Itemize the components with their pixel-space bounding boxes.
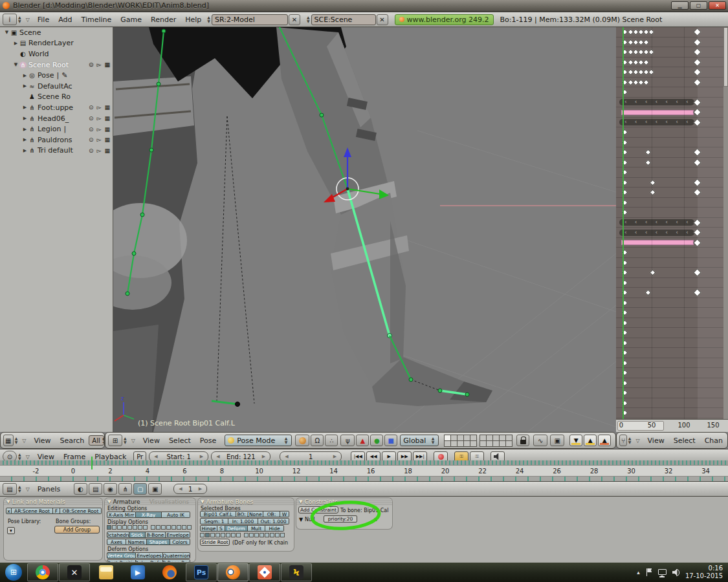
add-group-button[interactable]: Add Group [54,526,100,534]
shading-context-button[interactable]: ◉ [104,483,117,495]
outliner-item-scene[interactable]: ▼▣Scene [0,27,113,38]
taskbar-firefox-icon[interactable] [154,563,185,581]
view3d-type-stepper[interactable]: ▲▼ [124,436,127,444]
taskbar-nexus-icon[interactable]: ✕ [59,563,90,581]
bone-layer-button[interactable] [205,533,210,537]
toggle-auto-ik[interactable]: Auto IK [162,512,190,518]
tray-expand-icon[interactable]: ▴ [637,569,640,576]
layer-buttons-group2[interactable] [480,435,513,447]
tab-armature[interactable]: Armature [113,499,140,505]
add-constraint-button[interactable]: Add Constraint [298,506,338,513]
nla-chevron-strip[interactable]: ‹ ‹ ‹ ‹ ‹ ‹ ‹ ‹ ‹ ‹ [619,119,694,125]
ps-app-icon[interactable]: Ps [194,565,208,579]
scene-stepper[interactable]: ▲▼ [307,16,310,23]
pose-library-menu-button[interactable]: ▾ [7,527,15,534]
outliner-item-world[interactable]: ◐World [0,48,113,59]
bone-layer-button[interactable] [166,525,171,530]
header-collapse-icon[interactable]: ▽ [26,17,30,23]
snap-rotate-icon[interactable]: ▲ [598,435,611,446]
keyframe-diamond[interactable] [643,79,650,85]
renderable-icon[interactable]: ▦ [104,115,110,122]
outliner-item-renderlayer[interactable]: ▶▤RenderLayer [0,38,113,49]
selectable-cursor-icon[interactable]: ▻ [97,104,102,111]
start-orb-icon[interactable]: ⊞ [5,564,22,581]
selectable-cursor-icon[interactable]: ▻ [97,136,102,143]
outliner-item-pauldrons[interactable]: ▶⋔Pauldrons⊙▻▦ [0,135,113,146]
layer-button[interactable] [506,441,512,446]
object-context-button[interactable]: ⋔ [118,483,132,495]
outliner-type-stepper[interactable]: ▲▼ [15,436,18,444]
action-pink-strip[interactable] [621,110,694,115]
nla-chevron-strip[interactable]: ‹ ‹ ‹ ‹ ‹ ‹ ‹ ‹ ‹ ‹ [619,230,694,236]
action-type-stepper[interactable]: ▲▼ [628,436,632,444]
view3d-menu-view[interactable]: View [143,436,160,445]
layer-button[interactable] [451,441,457,446]
bone-layer-button[interactable] [254,533,259,537]
bone-layer-button[interactable] [177,525,181,530]
action-type-icon[interactable]: ⑂ [619,435,627,446]
visibility-eye-icon[interactable]: ⊙ [89,104,94,111]
keyframe-diamond[interactable] [645,149,652,156]
bone-layer-button[interactable] [210,533,215,537]
bone-layer-button[interactable] [226,533,230,537]
volume-icon[interactable] [672,569,679,576]
fast-app-icon[interactable] [258,565,272,579]
stride-root-button[interactable]: Stride Root [200,539,230,546]
outliner-item-scene-ro[interactable]: ♟Scene Ro [0,92,113,103]
field-out-1-000[interactable]: Out: 1.000 [258,518,289,524]
logic-context-button[interactable]: ◐ [74,483,87,495]
renderable-icon[interactable]: ▦ [104,126,110,133]
screen-field[interactable]: SR:2-Model [212,14,288,25]
window-type-stepper[interactable]: ▲▼ [18,16,21,23]
current-frame-line[interactable] [623,27,624,419]
manipulator-hand-icon[interactable]: ψ [340,435,355,446]
renderable-icon[interactable]: ▦ [104,61,110,68]
visibility-eye-icon[interactable]: ⊙ [89,115,94,122]
expander-closed-icon[interactable]: ▶ [22,116,28,121]
visibility-eye-icon[interactable]: ⊙ [89,61,94,68]
action-hscroll-thumb[interactable] [617,421,664,431]
manipulator-rotate-icon[interactable]: ● [370,435,383,446]
timeline-current-frame-line[interactable] [91,457,93,469]
outliner-item-head06-[interactable]: ▶⋔Head06_⊙▻▦ [0,113,113,124]
layer-button[interactable] [500,441,505,446]
layer-button[interactable] [458,441,463,446]
outliner-item-defaultac[interactable]: ▶≈DefaultAc [0,81,113,92]
ar-unlink-button[interactable]: x [6,508,12,514]
bone-layer-button[interactable] [259,533,264,537]
bone-layer-button[interactable] [231,533,236,537]
toggle-x-axis-mirr[interactable]: X-Axis Mirr [107,512,136,518]
keyframe-diamond[interactable] [643,59,650,65]
visibility-eye-icon[interactable]: ⊙ [89,126,94,133]
bone-layer-button[interactable] [122,525,127,530]
outliner-type-icon[interactable]: ▦ [3,435,14,446]
toggle-shapes[interactable]: Shapes [147,539,170,545]
toggle-quaternion[interactable]: Quaternion [163,552,190,559]
layer-button[interactable] [470,441,476,446]
nexus-app-icon[interactable]: ✕ [67,565,82,579]
timeline-menu-view[interactable]: View [38,453,54,461]
timeline-type-stepper[interactable]: ▲▼ [18,453,21,460]
timeline-collapse-icon[interactable]: ▽ [26,454,30,460]
action-collapse-icon[interactable]: ▽ [635,438,639,444]
bone-layer-button[interactable] [182,525,186,530]
bone-layer-button[interactable] [236,533,241,537]
constraint-delete-button[interactable]: x [374,517,377,523]
toggle-b-bone-res[interactable]: B-Bone Res [163,559,190,562]
expander-closed-icon[interactable]: ▶ [22,137,28,142]
menu-file[interactable]: File [38,16,49,24]
toggle-x-ray[interactable]: X-Ray [136,512,162,518]
bone-layer-button[interactable] [244,533,248,537]
field-segm-1[interactable]: Segm: 1 [200,518,228,524]
action-center-icon[interactable] [646,568,652,576]
taskbar-explorer-icon[interactable] [91,563,122,581]
view3d-type-icon[interactable]: ⊞ [108,435,122,446]
network-icon[interactable] [658,569,667,575]
renderable-icon[interactable]: ▦ [104,136,110,143]
layer-button[interactable] [487,435,492,440]
toggle-envelopes[interactable]: Envelopes [136,552,163,559]
expander-closed-icon[interactable]: ▶ [13,41,19,46]
lock-icon[interactable] [516,435,529,446]
keyframe-diamond[interactable] [645,159,652,166]
outliner-filter-field[interactable]: All S [89,435,104,446]
